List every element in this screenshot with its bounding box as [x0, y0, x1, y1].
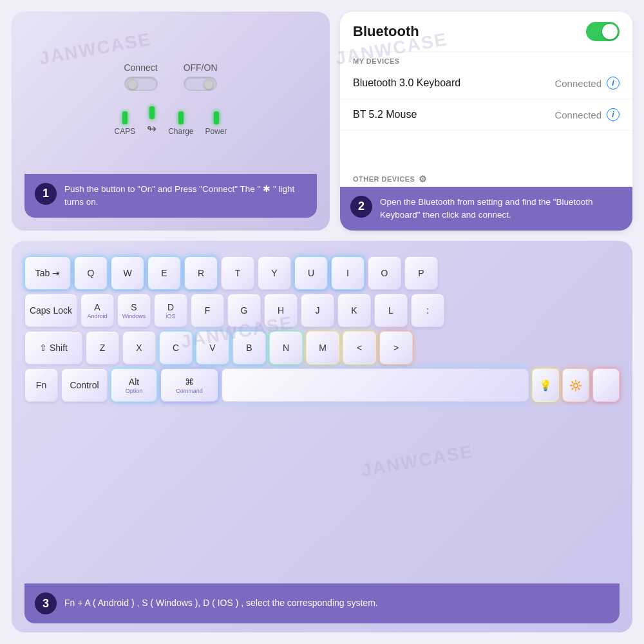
power-label: Power [205, 127, 227, 136]
keyboard-rows: Tab ⇥ Q W E R T Y U I O P Caps Lock A An… [24, 256, 620, 577]
key-row-4: Fn Control Alt Option ⌘ Command 💡 🔆 [24, 368, 620, 402]
key-command[interactable]: ⌘ Command [160, 368, 218, 402]
key-s[interactable]: S Windows [117, 294, 151, 327]
wifi-led [149, 106, 155, 119]
key-q[interactable]: Q [74, 256, 108, 290]
bt-toggle[interactable] [586, 22, 620, 41]
left-panel: Connect OFF/ON CAPS ↬ [12, 12, 330, 231]
switch-row: Connect OFF/ON [124, 62, 217, 91]
step1-box: 1 Push the button to "On" and Press "Con… [24, 174, 317, 218]
device1-status-text: Connected [554, 78, 601, 89]
key-row-2: Caps Lock A Android S Windows D iOS F G … [24, 294, 620, 327]
power-indicator: Power [205, 111, 227, 136]
key-c[interactable]: C [159, 331, 193, 365]
key-h[interactable]: H [264, 294, 298, 327]
key-tab[interactable]: Tab ⇥ [24, 256, 71, 290]
step2-text: Open the Bluetooth from setting and find… [380, 196, 622, 222]
step1-number: 1 [35, 183, 57, 205]
key-option[interactable]: Alt Option [111, 368, 157, 402]
key-p[interactable]: P [404, 256, 438, 290]
step1-text: Push the button to "On" and Press "Conne… [64, 183, 307, 209]
step3-text: Fn + A ( Android ) , S ( Windows ), D ( … [64, 597, 378, 610]
key-y[interactable]: Y [258, 256, 291, 290]
key-shift[interactable]: ⇧ Shift [24, 331, 82, 365]
key-capslock[interactable]: Caps Lock [24, 294, 77, 327]
key-colon[interactable]: : [411, 294, 444, 327]
bt-title: Bluetooth [353, 23, 419, 40]
key-fn[interactable]: Fn [24, 368, 58, 402]
key-row-1: Tab ⇥ Q W E R T Y U I O P [24, 256, 620, 290]
caps-led [122, 111, 128, 124]
charge-label: Charge [168, 127, 193, 136]
device1-status: Connected i [554, 77, 620, 90]
device2-row[interactable]: BT 5.2 Mouse Connected i [340, 99, 632, 131]
key-emoji1[interactable]: 💡 [532, 368, 559, 402]
my-devices-label: MY DEVICES [340, 52, 632, 68]
key-d[interactable]: D iOS [154, 294, 187, 327]
bt-header: Bluetooth [340, 12, 632, 52]
key-r[interactable]: R [184, 256, 218, 290]
step3-number: 3 [35, 592, 57, 614]
charge-led [178, 111, 184, 124]
key-row-3: ⇧ Shift Z X C V B N M < > [24, 331, 620, 365]
main-container: Connect OFF/ON CAPS ↬ [0, 0, 644, 644]
power-switch[interactable] [184, 77, 217, 91]
device1-info-icon[interactable]: i [607, 77, 620, 90]
key-b[interactable]: B [232, 331, 266, 365]
device1-row[interactable]: Bluetooth 3.0 Keyboard Connected i [340, 68, 632, 99]
loading-icon: ⚙ [419, 174, 428, 184]
keyboard-demo-area: Connect OFF/ON CAPS ↬ [24, 24, 317, 174]
device2-info-icon[interactable]: i [607, 108, 620, 121]
key-e[interactable]: E [147, 256, 181, 290]
key-o[interactable]: O [368, 256, 401, 290]
key-space[interactable] [222, 368, 529, 402]
key-gt[interactable]: > [379, 331, 413, 365]
key-lt[interactable]: < [343, 331, 376, 365]
power-switch-group: OFF/ON [184, 62, 218, 91]
key-v[interactable]: V [196, 331, 229, 365]
power-led [214, 111, 219, 124]
device2-name: BT 5.2 Mouse [353, 109, 417, 120]
key-emoji2[interactable]: 🔆 [562, 368, 589, 402]
key-w[interactable]: W [111, 256, 144, 290]
step2-number: 2 [350, 196, 372, 218]
key-x[interactable]: X [122, 331, 156, 365]
other-devices-label: OTHER DEVICES ⚙ [340, 167, 632, 187]
key-n[interactable]: N [269, 331, 303, 365]
key-a[interactable]: A Android [80, 294, 114, 327]
charge-indicator: Charge [168, 111, 193, 136]
key-m[interactable]: M [306, 331, 339, 365]
key-t[interactable]: T [221, 256, 254, 290]
connect-switch[interactable] [124, 77, 158, 91]
key-g[interactable]: G [227, 294, 261, 327]
key-k[interactable]: K [337, 294, 371, 327]
key-i[interactable]: I [331, 256, 365, 290]
wifi-indicator: ↬ [147, 106, 156, 136]
device2-status: Connected i [554, 108, 620, 121]
caps-label: CAPS [114, 127, 135, 136]
caps-indicator: CAPS [114, 111, 135, 136]
key-z[interactable]: Z [86, 331, 119, 365]
key-extra[interactable] [592, 368, 620, 402]
right-panel: Bluetooth MY DEVICES Bluetooth 3.0 Keybo… [340, 12, 632, 231]
key-f[interactable]: F [191, 294, 224, 327]
key-control[interactable]: Control [61, 368, 108, 402]
top-row: Connect OFF/ON CAPS ↬ [12, 12, 632, 231]
step2-box: 2 Open the Bluetooth from setting and fi… [340, 187, 632, 231]
key-u[interactable]: U [294, 256, 328, 290]
connect-switch-group: Connect [124, 62, 157, 91]
connect-label: Connect [124, 62, 157, 73]
keyboard-section: Tab ⇥ Q W E R T Y U I O P Caps Lock A An… [12, 241, 632, 632]
wifi-icon: ↬ [147, 122, 156, 136]
key-l[interactable]: L [374, 294, 408, 327]
indicator-row: CAPS ↬ Charge Power [114, 106, 227, 136]
power-label: OFF/ON [184, 62, 218, 73]
step3-box: 3 Fn + A ( Android ) , S ( Windows ), D … [24, 583, 620, 623]
key-j[interactable]: J [301, 294, 334, 327]
device1-name: Bluetooth 3.0 Keyboard [353, 77, 460, 89]
device2-status-text: Connected [554, 109, 601, 120]
bt-spacer [340, 131, 632, 167]
